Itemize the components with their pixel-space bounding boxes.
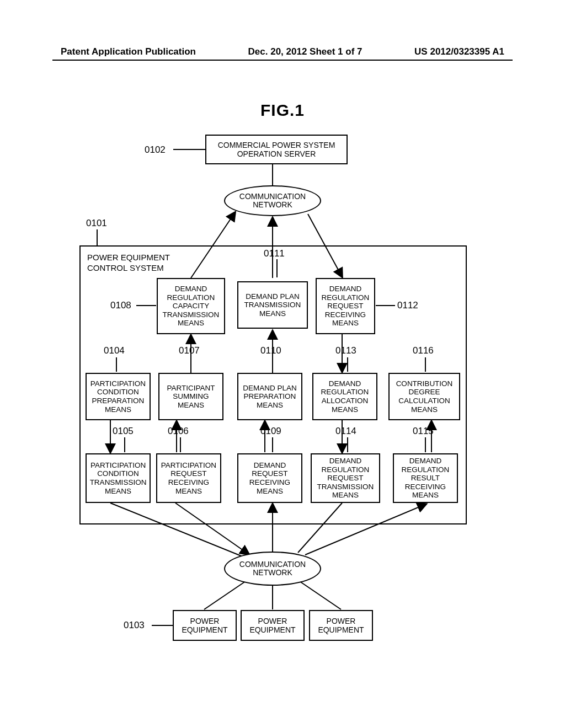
block-0112-label: DEMAND REGULATION REQUEST RECEIVING MEAN… — [322, 285, 370, 328]
power-equipment-3-label: POWER EQUIPMENT — [318, 617, 364, 634]
block-0104-label: PARTICIPATION CONDITION PREPARATION MEAN… — [90, 379, 146, 414]
block-0106-label: PARTICIPATION REQUEST RECEIVING MEANS — [161, 461, 216, 495]
system-box-title: POWER EQUIPMENT CONTROL SYSTEM — [87, 253, 170, 274]
figure-title: FIG.1 — [260, 101, 305, 120]
ref-0103: 0103 — [124, 620, 145, 631]
power-equipment-1-label: POWER EQUIPMENT — [182, 617, 227, 634]
bottom-comm-network-label: COMMUNICATION NETWORK — [239, 560, 306, 577]
block-0111: DEMAND PLAN TRANSMISSION MEANS — [237, 281, 308, 329]
block-0105-label: PARTICIPATION CONDITION TRANSMISSION MEA… — [90, 461, 147, 495]
block-0109: DEMAND REQUEST RECEIVING MEANS — [237, 453, 302, 503]
power-equipment-2: POWER EQUIPMENT — [241, 610, 305, 641]
top-comm-network-label: COMMUNICATION NETWORK — [239, 192, 306, 210]
header-rule — [52, 60, 513, 61]
block-0108-label: DEMAND REGULATION CAPACITY TRANSMISSION … — [163, 285, 220, 328]
block-0116: CONTRIBUTION DEGREE CALCULATION MEANS — [388, 373, 460, 420]
commercial-power-server-label: COMMERCIAL POWER SYSTEM OPERATION SERVER — [218, 141, 335, 158]
bottom-comm-network: COMMUNICATION NETWORK — [224, 552, 321, 586]
top-comm-network: COMMUNICATION NETWORK — [224, 185, 321, 216]
block-0113: DEMAND REGULATION ALLOCATION MEANS — [312, 373, 377, 420]
ref-0110: 0110 — [260, 345, 281, 356]
block-0114-label: DEMAND REGULATION REQUEST TRANSMISSION M… — [317, 457, 374, 500]
block-0105: PARTICIPATION CONDITION TRANSMISSION MEA… — [86, 453, 151, 503]
block-0114: DEMAND REGULATION REQUEST TRANSMISSION M… — [311, 453, 380, 503]
ref-0114: 0114 — [335, 426, 356, 437]
power-equipment-1: POWER EQUIPMENT — [173, 610, 237, 641]
patent-header: Patent Application Publication Dec. 20, … — [61, 46, 504, 57]
block-0110-label: DEMAND PLAN PREPARATION MEANS — [243, 384, 297, 410]
ref-0107: 0107 — [179, 345, 200, 356]
block-0116-label: CONTRIBUTION DEGREE CALCULATION MEANS — [396, 379, 453, 414]
ref-0108: 0108 — [110, 300, 131, 311]
header-left: Patent Application Publication — [61, 46, 196, 57]
ref-0112: 0112 — [397, 300, 418, 311]
ref-0106: 0106 — [168, 426, 189, 437]
block-0112: DEMAND REGULATION REQUEST RECEIVING MEAN… — [316, 278, 375, 334]
ref-0116: 0116 — [413, 345, 434, 356]
block-0115-label: DEMAND REGULATION RESULT RECEIVING MEANS — [402, 457, 450, 500]
header-right: US 2012/0323395 A1 — [414, 46, 504, 57]
ref-0115: 0115 — [413, 426, 434, 437]
ref-0111: 0111 — [264, 248, 285, 259]
block-0110: DEMAND PLAN PREPARATION MEANS — [237, 373, 302, 420]
svg-line-34 — [300, 581, 341, 609]
block-0108: DEMAND REGULATION CAPACITY TRANSMISSION … — [157, 278, 225, 334]
block-0104: PARTICIPATION CONDITION PREPARATION MEAN… — [86, 373, 151, 420]
block-0111-label: DEMAND PLAN TRANSMISSION MEANS — [244, 292, 301, 318]
power-equipment-3: POWER EQUIPMENT — [309, 610, 373, 641]
block-0107: PARTICIPANT SUMMING MEANS — [158, 373, 223, 420]
ref-0109: 0109 — [260, 426, 281, 437]
power-equipment-2-label: POWER EQUIPMENT — [249, 617, 295, 634]
block-0107-label: PARTICIPANT SUMMING MEANS — [167, 384, 215, 410]
ref-0104: 0104 — [104, 345, 125, 356]
ref-0105: 0105 — [113, 426, 134, 437]
ref-0113: 0113 — [335, 345, 356, 356]
ref-0102: 0102 — [145, 144, 166, 156]
header-center: Dec. 20, 2012 Sheet 1 of 7 — [248, 46, 363, 57]
ref-0101: 0101 — [86, 218, 107, 229]
block-0113-label: DEMAND REGULATION ALLOCATION MEANS — [321, 379, 369, 414]
commercial-power-server-box: COMMERCIAL POWER SYSTEM OPERATION SERVER — [205, 135, 348, 164]
svg-line-32 — [204, 581, 246, 609]
block-0109-label: DEMAND REQUEST RECEIVING MEANS — [249, 461, 290, 495]
block-0106: PARTICIPATION REQUEST RECEIVING MEANS — [156, 453, 221, 503]
block-0115: DEMAND REGULATION RESULT RECEIVING MEANS — [393, 453, 458, 503]
